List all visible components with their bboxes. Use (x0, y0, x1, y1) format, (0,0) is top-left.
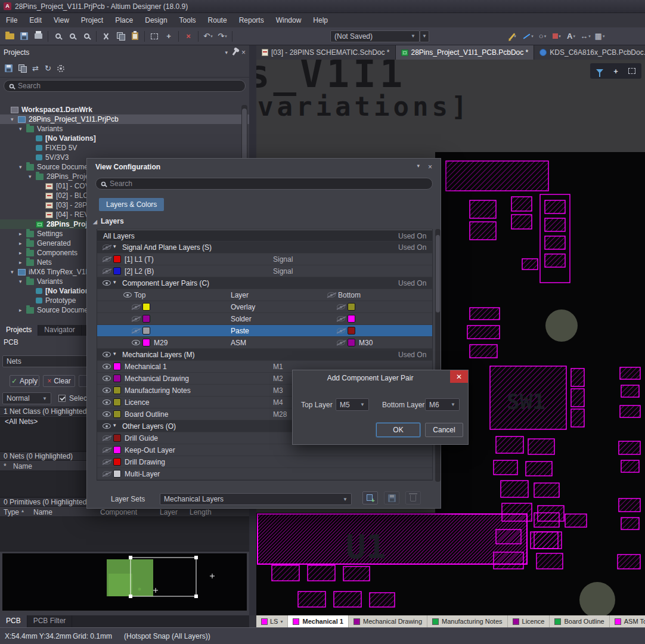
layer-pair-row-paste[interactable]: Paste (97, 325, 432, 337)
gear-icon[interactable] (57, 65, 64, 72)
menu-item-place[interactable]: Place (109, 14, 139, 27)
doc-tab-htm[interactable]: KDS_C6A816x_PCB.PcbDoc.htm (534, 45, 645, 60)
layer-sets-button[interactable]: LS ▾ (256, 615, 288, 627)
pencil-tool-button[interactable]: ▾ (507, 29, 521, 44)
primitives-list[interactable] (0, 517, 249, 552)
menu-item-view[interactable]: View (48, 14, 75, 27)
tree-item-variants[interactable]: ▾Variants (0, 124, 249, 134)
layer-sets-dropdown[interactable]: Mechanical Layers ▼ (160, 493, 352, 505)
layer-color-swatch[interactable] (142, 339, 150, 346)
cancel-button[interactable]: Cancel (425, 423, 463, 437)
visibility-eye-icon[interactable] (103, 352, 111, 357)
visibility-eye-icon[interactable] (132, 304, 140, 309)
doc-tab-pcb-active[interactable]: 28Pins_Project_V1I1_PCB.PcbDoc * (396, 45, 535, 60)
name-column[interactable]: Name (13, 462, 32, 470)
layer-pair-row-overlay[interactable]: Overlay (97, 301, 432, 313)
expand-arrow-icon[interactable]: ▾ (11, 267, 18, 277)
layer-color-swatch[interactable] (348, 327, 355, 335)
expand-arrow-icon[interactable]: ▾ (11, 114, 18, 124)
line-tool-button[interactable]: ▾ (521, 29, 535, 44)
menu-item-window[interactable]: Window (270, 14, 308, 27)
visibility-eye-icon[interactable] (103, 423, 111, 429)
layer-color-swatch[interactable] (348, 339, 355, 346)
expand-arrow-icon[interactable] (113, 279, 116, 285)
via-tool-button[interactable]: ○▾ (535, 29, 550, 44)
layer-color-swatch[interactable] (113, 434, 121, 442)
menu-item-project[interactable]: Project (75, 14, 109, 27)
menu-item-edit[interactable]: Edit (23, 14, 48, 27)
panel-tab-projects[interactable]: Projects (0, 325, 38, 336)
visibility-eye-icon[interactable] (103, 435, 111, 441)
tree-item-workspace[interactable]: Workspace1.DsnWrk (0, 105, 249, 114)
layer-row-l2[interactable]: [2] L2 (B) Signal (97, 265, 432, 277)
visibility-eye-icon[interactable] (132, 316, 140, 321)
apply-button[interactable]: ✓Apply (10, 375, 39, 387)
doc-tab-schematic[interactable]: [03] - 28PINS SCHEMATIC.SchDoc * (256, 45, 396, 60)
copy-icon[interactable] (18, 64, 26, 72)
layer-group-component-pairs[interactable]: Component Layer Pairs (C) Used On (97, 277, 432, 289)
visibility-eye-icon[interactable] (327, 292, 336, 298)
layer-row-l1[interactable]: [1] L1 (T) Signal (97, 253, 432, 265)
expand-arrow-icon[interactable]: ▾ (19, 277, 26, 286)
layer-color-swatch[interactable] (113, 386, 121, 394)
expand-arrow-icon[interactable]: ▾ (19, 124, 26, 134)
filter-combo[interactable]: (Not Saved) ▼ (330, 30, 420, 42)
expand-arrow-icon[interactable]: ▸ (19, 305, 26, 315)
move-button[interactable]: + (162, 29, 176, 44)
zoom-fit-button[interactable] (79, 29, 94, 44)
layer-color-swatch[interactable] (113, 410, 121, 418)
visibility-eye-icon[interactable] (103, 400, 111, 405)
layer-row-drill-drawing[interactable]: Drill Drawing (97, 456, 432, 468)
tab-layers-and-colors[interactable]: Layers & Colors (99, 198, 164, 211)
visibility-eye-icon[interactable] (103, 376, 111, 381)
layer-color-swatch[interactable] (348, 315, 355, 323)
save-layer-set-button[interactable] (384, 491, 399, 504)
visibility-eye-icon[interactable] (132, 328, 140, 333)
layer-color-swatch[interactable] (113, 255, 121, 263)
layer-row-keepout[interactable]: Keep-Out Layer (97, 444, 432, 456)
expand-arrow-icon[interactable]: ▸ (19, 258, 26, 267)
layer-color-swatch[interactable] (142, 327, 150, 335)
bottom-layer-dropdown[interactable]: M6 ▼ (425, 398, 460, 411)
layer-color-swatch[interactable] (113, 363, 121, 370)
menu-item-design[interactable]: Design (139, 14, 173, 27)
layer-color-swatch[interactable] (142, 303, 150, 311)
visibility-eye-icon[interactable] (103, 364, 111, 369)
expand-arrow-icon[interactable]: ▾ (29, 172, 36, 181)
name-column[interactable]: Name (33, 508, 52, 516)
menu-item-help[interactable]: Help (307, 14, 334, 27)
grid-tool-button[interactable]: ▦▾ (593, 29, 607, 44)
delete-layer-set-button[interactable] (405, 491, 421, 504)
projects-search-input[interactable] (18, 82, 226, 90)
paste-button[interactable] (128, 29, 142, 44)
visibility-eye-icon[interactable] (337, 340, 345, 345)
refresh-icon[interactable]: ↻ (45, 64, 51, 72)
layer-color-swatch[interactable] (113, 267, 121, 275)
layer-color-swatch[interactable] (142, 315, 150, 323)
visibility-eye-icon[interactable] (103, 280, 111, 286)
scrollbar-thumb[interactable] (436, 235, 440, 312)
menu-item-route[interactable]: Route (202, 14, 233, 27)
layer-tab-licence[interactable]: Licence (508, 615, 550, 627)
undo-button[interactable]: ↶▾ (201, 29, 215, 44)
expand-arrow-icon[interactable]: ▾ (19, 162, 26, 172)
visibility-eye-icon[interactable] (103, 447, 111, 453)
visibility-eye-icon[interactable] (103, 459, 111, 465)
layer-color-swatch[interactable] (113, 458, 121, 466)
save-button[interactable] (17, 29, 31, 44)
clear-filter-button[interactable]: × (181, 29, 196, 44)
tree-item-fixed5v[interactable]: FIXED 5V (0, 143, 249, 153)
layer-tab-asm-top[interactable]: ASM Top (610, 615, 645, 627)
layer-color-swatch[interactable] (348, 303, 355, 311)
visibility-eye-icon[interactable] (337, 316, 345, 321)
dimension-tool-button[interactable]: ↔▾ (578, 29, 593, 44)
star-column[interactable]: * (4, 462, 7, 470)
close-button[interactable]: ✕ (450, 370, 468, 383)
layers-section-header[interactable]: ◢Layers (93, 217, 124, 225)
string-tool-button[interactable]: A▾ (564, 29, 578, 44)
add-button[interactable]: + (609, 64, 623, 78)
visibility-eye-icon[interactable] (337, 328, 345, 333)
select-checkbox[interactable] (58, 395, 66, 402)
layer-color-swatch[interactable] (113, 470, 121, 478)
pcb-tab[interactable]: PCB (0, 615, 27, 627)
